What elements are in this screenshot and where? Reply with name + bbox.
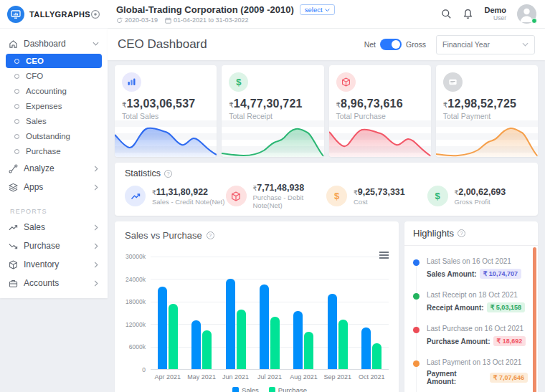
sidebar-item-report-purchase[interactable]: Purchase (6, 236, 102, 255)
sidebar-item-label: Sales (26, 117, 47, 125)
sidebar-collapse-icon[interactable] (90, 9, 100, 19)
last-refresh[interactable]: 2020-03-19 (116, 16, 158, 24)
dollar-icon: $ (326, 186, 347, 206)
bar-purchase (202, 330, 212, 369)
x-tick: Jun 2021 (219, 373, 252, 381)
legend-marker-sales (232, 387, 239, 392)
legend-label: Sales (242, 386, 259, 392)
amount-badge: ₹ 18,692 (493, 336, 526, 346)
sidebar-item-inventory[interactable]: Inventory (6, 255, 102, 274)
sidebar-item-purchase[interactable]: Purchase (6, 144, 102, 158)
date-range[interactable]: 01-04-2021 to 31-03-2022 (165, 16, 249, 24)
help-icon[interactable]: ? (207, 231, 214, 239)
bar-sales (293, 311, 303, 369)
bullet-icon (14, 119, 19, 124)
statistics-card: Statistics ? ₹11,31,80,922 Sales - Credi… (115, 163, 538, 216)
bell-icon[interactable] (463, 9, 473, 19)
x-tick: Aug 2021 (287, 373, 321, 381)
chevron-down-icon (93, 41, 99, 47)
bar-purchase (270, 317, 280, 369)
sidebar-item-apps[interactable]: Apps (6, 178, 102, 196)
sidebar-item-dashboard[interactable]: Dashboard (6, 34, 102, 53)
trending-up-icon (125, 186, 146, 206)
help-icon[interactable]: ? (458, 229, 465, 237)
sidebar-item-report-sales[interactable]: Sales (6, 218, 102, 236)
highlights-card: Highlights ? Last Sales on 16 Oct 2021 S… (404, 221, 538, 392)
credit-card-icon (443, 72, 463, 92)
cube-icon (9, 260, 18, 269)
plot-area (151, 257, 389, 370)
legend-purchase[interactable]: Purchase (269, 386, 307, 392)
total-purchase-sparkline (329, 120, 431, 157)
scrollbar-thumb[interactable] (533, 247, 536, 392)
sidebar-item-analyze[interactable]: Analyze (6, 159, 102, 178)
sidebar-column: TALLYGRAPHS Dashboard CEO CFO (0, 0, 108, 392)
bar-group (287, 257, 321, 369)
total-receipt-sparkline (222, 120, 323, 157)
date-range-text: 01-04-2021 to 31-03-2022 (174, 16, 249, 24)
total-payment-value: ₹12,98,52,725 (443, 97, 531, 110)
sidebar-item-label: Sales (24, 222, 87, 232)
bar-purchase (372, 343, 382, 369)
bar-chart: 30000k 24000k 18000k 12000k 6000k 0 (125, 257, 389, 392)
stat-purchase-debit-note: ₹7,71,48,938 Purchase - Debit Note(Net) (226, 183, 327, 209)
toggle-label-net: Net (364, 40, 376, 49)
sidebar-item-label: Dashboard (24, 39, 87, 49)
chevron-right-icon (93, 262, 99, 268)
total-receipt-label: Total Receipt (229, 112, 316, 120)
bar-sales (361, 328, 371, 369)
chart-legend: Sales Purchase (151, 386, 389, 392)
company-title: Global-Trading Corporation (2009 -2010) (116, 4, 294, 15)
sidebar-item-accounting[interactable]: Accounting (6, 84, 102, 98)
avatar[interactable] (517, 4, 536, 24)
bar-group (252, 257, 286, 369)
sidebar-item-label: Inventory (24, 259, 87, 269)
sidebar-item-cfo[interactable]: CFO (6, 69, 102, 83)
sidebar-item-outstanding[interactable]: Outstanding (6, 129, 102, 143)
sidebar-item-label: Accounts (24, 278, 87, 288)
refresh-icon (116, 17, 123, 24)
total-purchase-label: Total Purchase (336, 112, 424, 120)
search-icon[interactable] (441, 9, 452, 19)
highlight-last-receipt: Last Receipt on 18 Oct 2021 Receipt Amou… (413, 291, 528, 312)
sidebar-item-label: Purchase (24, 241, 87, 251)
sidebar-item-accounts[interactable]: Accounts (6, 274, 102, 292)
company-select-button[interactable]: select (300, 4, 335, 15)
user-block[interactable]: Demo User (484, 6, 506, 21)
highlight-label: Receipt Amount: (427, 304, 484, 312)
total-purchase-card: ₹8,96,73,616 Total Purchase (329, 65, 431, 157)
stat-label: Purchase - Debit Note(Net) (253, 193, 327, 209)
highlights-title: Highlights (413, 228, 454, 239)
legend-marker-purchase (269, 387, 275, 392)
bullet-icon (14, 104, 19, 109)
brand-logo-icon (7, 6, 24, 23)
financial-year-select[interactable]: Financial Year (436, 35, 535, 54)
stat-gross-profit: $ ₹2,00,62,693 Gross Profit (427, 183, 529, 209)
stat-label: Sales - Credit Note(Net) (152, 198, 224, 206)
legend-sales[interactable]: Sales (232, 386, 259, 392)
dollar-icon: $ (427, 186, 448, 206)
trending-up-icon (9, 223, 18, 232)
reports-section-label: REPORTS (6, 196, 102, 218)
sidebar-item-sales[interactable]: Sales (6, 114, 102, 128)
bullet-icon (14, 134, 19, 139)
main-area: Global-Trading Corporation (2009 -2010) … (108, 0, 545, 392)
net-gross-toggle[interactable] (380, 39, 402, 50)
bar-sales (328, 294, 337, 369)
bar-sales (191, 320, 201, 369)
sidebar-item-ceo[interactable]: CEO (6, 54, 102, 68)
sidebar-item-label: CEO (26, 57, 44, 65)
help-icon[interactable]: ? (164, 170, 172, 178)
amount-badge: ₹ 10,74,707 (480, 269, 521, 279)
bullet-icon (14, 149, 19, 154)
chevron-right-icon (93, 280, 99, 287)
sidebar-item-label: CFO (26, 72, 43, 80)
toggle-label-gross: Gross (406, 40, 426, 49)
sidebar-item-expenses[interactable]: Expenses (6, 99, 102, 113)
bar-group (355, 257, 389, 369)
chevron-down-icon (325, 8, 330, 12)
topbar: Global-Trading Corporation (2009 -2010) … (108, 0, 545, 29)
amount-badge: ₹ 7,07,646 (490, 373, 528, 383)
bar-group (184, 257, 218, 369)
bullet-icon (14, 59, 19, 64)
